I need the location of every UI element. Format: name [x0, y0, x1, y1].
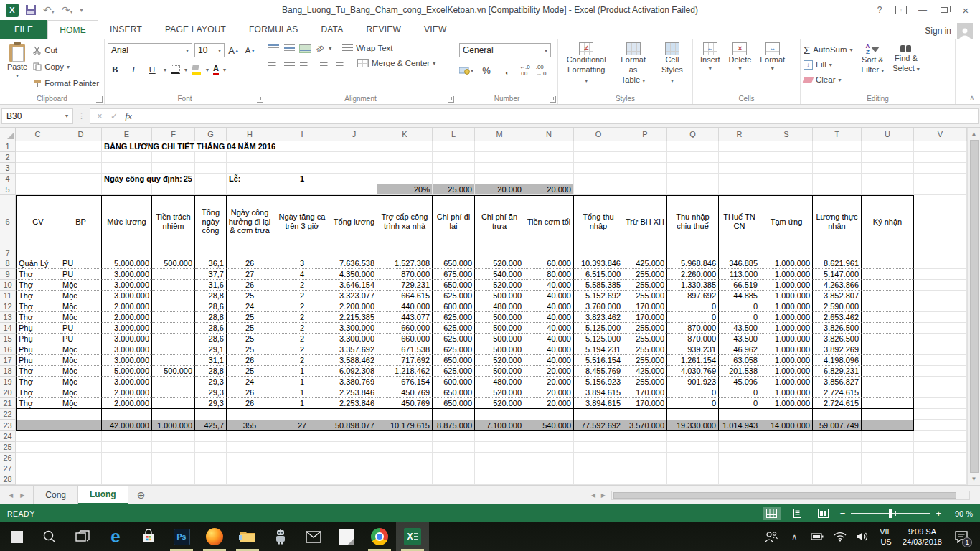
cell-L10[interactable]: 650.000 [433, 280, 475, 291]
cell-H3[interactable] [227, 163, 273, 174]
cell-M22[interactable] [475, 409, 524, 420]
cell-J19[interactable]: 3.380.769 [331, 377, 377, 387]
cell-Q16[interactable]: 939.231 [667, 344, 719, 355]
vertical-scrollbar[interactable]: ▲ ▼ [967, 128, 980, 485]
increase-font-icon[interactable]: A▲ [227, 43, 241, 57]
cell-C24[interactable] [16, 431, 60, 442]
cell-J5[interactable] [331, 184, 377, 195]
cell-F16[interactable] [152, 344, 195, 355]
cell-M23[interactable]: 7.100.000 [475, 420, 524, 431]
paste-button[interactable]: Paste ▾ [3, 41, 32, 81]
cell-Q6[interactable]: Thu nhập chịu thuế [667, 195, 719, 248]
cell-K11[interactable]: 664.615 [377, 291, 433, 301]
cell-U28[interactable] [862, 474, 914, 485]
cell-U24[interactable] [862, 431, 914, 442]
cell-I17[interactable]: 2 [273, 355, 331, 366]
cell-K23[interactable]: 10.179.615 [377, 420, 433, 431]
cell-D8[interactable]: PU [60, 258, 102, 269]
cell-E27[interactable] [102, 463, 152, 474]
align-middle-icon[interactable] [284, 44, 295, 52]
normal-view-icon[interactable] [763, 507, 781, 520]
cell-Q24[interactable] [667, 431, 719, 442]
cell-L12[interactable]: 600.000 [433, 301, 475, 312]
find-select-button[interactable]: Find & Select ▾ [888, 41, 924, 75]
cell-N8[interactable]: 60.000 [524, 258, 574, 269]
cell-N4[interactable] [524, 174, 574, 184]
cell-O21[interactable]: 3.894.615 [574, 398, 623, 409]
cell-D27[interactable] [60, 463, 102, 474]
cell-N18[interactable]: 20.000 [524, 366, 574, 377]
cell-Q25[interactable] [667, 442, 719, 453]
col-header-F[interactable]: F [152, 128, 195, 141]
cell-L17[interactable]: 650.000 [433, 355, 475, 366]
cell-F20[interactable] [152, 387, 195, 398]
cell-E15[interactable]: 3.000.000 [102, 334, 152, 344]
cell-Q28[interactable] [667, 474, 719, 485]
cell-I11[interactable]: 2 [273, 291, 331, 301]
hscroll-right-icon[interactable]: ▶ [601, 492, 606, 499]
cell-F5[interactable] [152, 184, 195, 195]
cell-R18[interactable]: 201.538 [719, 366, 760, 377]
cell-T2[interactable] [813, 152, 862, 163]
cell-P9[interactable]: 255.000 [623, 269, 667, 280]
format-painter-button[interactable]: Format Painter [32, 75, 100, 91]
cell-G20[interactable]: 29,3 [195, 387, 227, 398]
insert-cells-button[interactable]: ← Insert▾ [696, 41, 725, 74]
wrap-text-button[interactable]: Wrap Text [342, 44, 392, 52]
cell-K1[interactable] [377, 141, 433, 152]
cell-L26[interactable] [433, 453, 475, 463]
cell-R6[interactable]: THuế TN CN [719, 195, 760, 248]
cell-P6[interactable]: Trừ BH XH [623, 195, 667, 248]
cell-V12[interactable] [914, 301, 967, 312]
cell-R19[interactable]: 45.096 [719, 377, 760, 387]
cell-L16[interactable]: 625.000 [433, 344, 475, 355]
cell-H28[interactable] [227, 474, 273, 485]
cell-O15[interactable]: 5.125.000 [574, 334, 623, 344]
cell-Q1[interactable] [667, 141, 719, 152]
cell-T11[interactable]: 3.852.807 [813, 291, 862, 301]
cell-F9[interactable] [152, 269, 195, 280]
row-header-16[interactable]: 16 [0, 344, 16, 355]
cell-J26[interactable] [331, 453, 377, 463]
cell-N9[interactable]: 80.000 [524, 269, 574, 280]
tab-home[interactable]: HOME [47, 20, 98, 39]
cell-J25[interactable] [331, 442, 377, 453]
cell-O12[interactable]: 3.760.000 [574, 301, 623, 312]
col-header-U[interactable]: U [862, 128, 914, 141]
horizontal-scroll-thumb[interactable] [613, 492, 956, 499]
cell-M5[interactable]: 20.000 [475, 184, 524, 195]
cell-G22[interactable] [195, 409, 227, 420]
cell-C18[interactable]: Thợ [16, 366, 60, 377]
cell-T6[interactable]: Lương thực nhận [813, 195, 862, 248]
cell-H11[interactable]: 25 [227, 291, 273, 301]
people-icon[interactable] [760, 522, 782, 551]
conditional-formatting-button[interactable]: ≠ Conditional Formatting ▾ [561, 41, 611, 86]
cell-F17[interactable] [152, 355, 195, 366]
align-right-icon[interactable] [300, 60, 311, 67]
cell-S14[interactable]: 1.000.000 [760, 323, 813, 334]
cell-D3[interactable] [60, 163, 102, 174]
excel-taskbar-button[interactable]: X [396, 522, 429, 551]
cell-P21[interactable]: 170.000 [623, 398, 667, 409]
cell-N27[interactable] [524, 463, 574, 474]
cell-G3[interactable] [195, 163, 227, 174]
fill-color-icon[interactable] [192, 65, 202, 75]
cell-M21[interactable]: 520.000 [475, 398, 524, 409]
decrease-font-icon[interactable]: A▼ [243, 43, 258, 57]
tab-view[interactable]: VIEW [413, 20, 458, 39]
cell-G25[interactable] [195, 442, 227, 453]
cell-N5[interactable]: 20.000 [524, 184, 574, 195]
cell-P16[interactable]: 255.000 [623, 344, 667, 355]
cell-T18[interactable]: 6.829.231 [813, 366, 862, 377]
cell-V24[interactable] [914, 431, 967, 442]
cell-T4[interactable] [813, 174, 862, 184]
cell-G16[interactable]: 29,1 [195, 344, 227, 355]
minimize-icon[interactable]: — [913, 3, 933, 17]
cell-M26[interactable] [475, 453, 524, 463]
row-header-27[interactable]: 27 [0, 463, 16, 474]
cell-T24[interactable] [813, 431, 862, 442]
cell-V9[interactable] [914, 269, 967, 280]
cell-T12[interactable]: 2.590.000 [813, 301, 862, 312]
cell-E1[interactable]: BẢNG LƯƠNG CHI TIẾT THÁNG 04 NĂM 2016 [102, 141, 377, 152]
cell-S7[interactable] [760, 248, 813, 258]
